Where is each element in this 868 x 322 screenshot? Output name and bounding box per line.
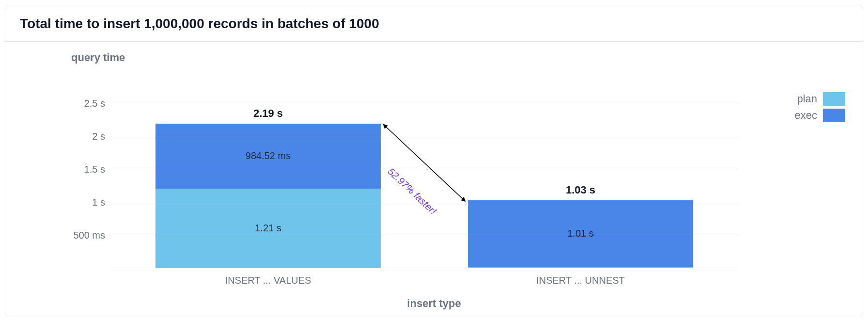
stacked-bar: 20.61 ms1.01 s1.03 s <box>468 200 693 268</box>
bar-total-label: 1.03 s <box>468 184 693 196</box>
legend: plan exec <box>788 92 845 125</box>
bar-slot: 20.61 ms1.01 s1.03 sINSERT ... UNNEST <box>424 90 737 268</box>
segment-plan-label: 1.21 s <box>255 223 281 234</box>
segment-plan: 1.21 s <box>155 189 380 268</box>
chart-title: Total time to insert 1,000,000 records i… <box>20 16 848 32</box>
x-axis-title: insert type <box>5 297 863 310</box>
stacked-bar: 1.21 s984.52 ms2.19 s <box>155 124 380 268</box>
chart-card: Total time to insert 1,000,000 records i… <box>5 5 863 317</box>
y-tick: 1.5 s <box>84 164 105 175</box>
grid-line <box>112 136 737 136</box>
category-label: INSERT ... VALUES <box>112 275 424 286</box>
grid-line <box>112 169 737 169</box>
legend-label-exec: exec <box>788 109 817 122</box>
segment-exec: 1.01 s <box>468 200 693 267</box>
segment-exec-label: 984.52 ms <box>246 150 291 161</box>
y-tick: 1 s <box>92 197 105 208</box>
grid-line <box>112 103 737 103</box>
card-body: query time 1.21 s984.52 ms2.19 sINSERT .… <box>5 42 863 317</box>
legend-item-plan: plan <box>788 92 845 106</box>
y-tick: 2.5 s <box>84 98 105 109</box>
card-header: Total time to insert 1,000,000 records i… <box>5 5 863 42</box>
grid-line <box>112 202 737 202</box>
grid-line <box>112 235 737 235</box>
legend-swatch-plan <box>823 92 845 106</box>
segment-exec: 984.52 ms <box>155 124 380 189</box>
legend-item-exec: exec <box>788 109 845 122</box>
segment-plan <box>468 267 693 268</box>
bars-container: 1.21 s984.52 ms2.19 sINSERT ... VALUES20… <box>112 90 737 268</box>
legend-swatch-exec <box>823 109 845 122</box>
category-label: INSERT ... UNNEST <box>424 275 737 286</box>
y-axis-title: query time <box>71 51 125 64</box>
bar-total-label: 2.19 s <box>155 107 380 120</box>
y-tick: 500 ms <box>73 230 105 241</box>
legend-label-plan: plan <box>788 93 817 105</box>
segment-exec-label: 1.01 s <box>567 228 593 239</box>
y-tick: 2 s <box>92 131 105 142</box>
plot-area: 1.21 s984.52 ms2.19 sINSERT ... VALUES20… <box>112 90 737 268</box>
bar-slot: 1.21 s984.52 ms2.19 sINSERT ... VALUES <box>112 90 424 268</box>
